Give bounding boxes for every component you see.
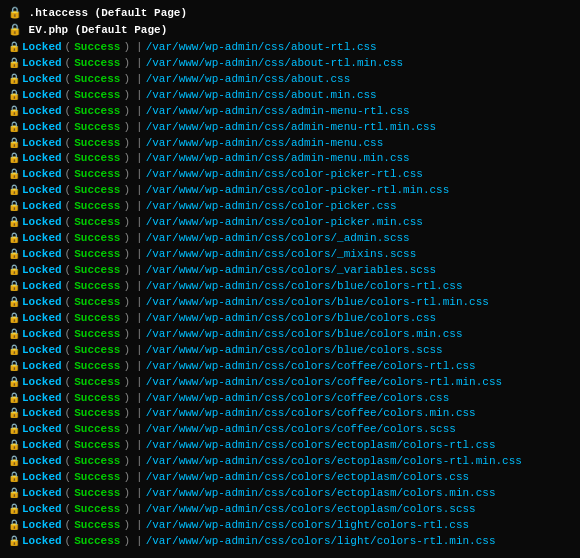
pipe-separator: | bbox=[136, 72, 143, 88]
table-row: 🔒Locked (Success) | /var/www/wp-admin/cs… bbox=[8, 375, 572, 391]
file-path: /var/www/wp-admin/css/colors/blue/colors… bbox=[146, 343, 443, 359]
close-paren: ) bbox=[123, 167, 130, 183]
pipe-separator: | bbox=[136, 406, 143, 422]
open-paren: ( bbox=[65, 359, 72, 375]
lock-icon: 🔒 bbox=[8, 184, 20, 199]
file-list: 🔒Locked (Success) | /var/www/wp-admin/cs… bbox=[8, 40, 572, 550]
pipe-separator: | bbox=[136, 88, 143, 104]
table-row: 🔒Locked (Success) | /var/www/wp-admin/cs… bbox=[8, 104, 572, 120]
lock-icon: 🔒 bbox=[8, 392, 20, 407]
lock-icon: 🔒 bbox=[8, 57, 20, 72]
status-success: Success bbox=[74, 375, 120, 391]
close-paren: ) bbox=[123, 502, 130, 518]
pipe-separator: | bbox=[136, 343, 143, 359]
lock-icon: 🔒 bbox=[8, 232, 20, 247]
status-success: Success bbox=[74, 295, 120, 311]
table-row: 🔒Locked (Success) | /var/www/wp-admin/cs… bbox=[8, 231, 572, 247]
open-paren: ( bbox=[65, 422, 72, 438]
file-path: /var/www/wp-admin/css/color-picker.min.c… bbox=[146, 215, 423, 231]
status-locked: Locked bbox=[22, 486, 62, 502]
status-success: Success bbox=[74, 502, 120, 518]
open-paren: ( bbox=[65, 104, 72, 120]
open-paren: ( bbox=[65, 486, 72, 502]
close-paren: ) bbox=[123, 40, 130, 56]
close-paren: ) bbox=[123, 343, 130, 359]
file-path: /var/www/wp-admin/css/colors/coffee/colo… bbox=[146, 406, 476, 422]
lock-icon: 🔒 bbox=[8, 439, 20, 454]
lock-icon: 🔒 bbox=[8, 137, 20, 152]
status-locked: Locked bbox=[22, 120, 62, 136]
lock-icon: 🔒 bbox=[8, 280, 20, 295]
close-paren: ) bbox=[123, 231, 130, 247]
status-locked: Locked bbox=[22, 391, 62, 407]
table-row: 🔒Locked (Success) | /var/www/wp-admin/cs… bbox=[8, 470, 572, 486]
table-row: 🔒Locked (Success) | /var/www/wp-admin/cs… bbox=[8, 502, 572, 518]
table-row: 🔒Locked (Success) | /var/www/wp-admin/cs… bbox=[8, 534, 572, 550]
file-path: /var/www/wp-admin/css/colors/_variables.… bbox=[146, 263, 436, 279]
status-success: Success bbox=[74, 56, 120, 72]
file-path: /var/www/wp-admin/css/about.min.css bbox=[146, 88, 377, 104]
open-paren: ( bbox=[65, 375, 72, 391]
close-paren: ) bbox=[123, 470, 130, 486]
open-paren: ( bbox=[65, 263, 72, 279]
table-row: 🔒Locked (Success) | /var/www/wp-admin/cs… bbox=[8, 215, 572, 231]
status-success: Success bbox=[74, 72, 120, 88]
table-row: 🔒Locked (Success) | /var/www/wp-admin/cs… bbox=[8, 359, 572, 375]
open-paren: ( bbox=[65, 406, 72, 422]
open-paren: ( bbox=[65, 183, 72, 199]
close-paren: ) bbox=[123, 263, 130, 279]
header-evphp: 🔒 EV.php (Default Page) bbox=[8, 23, 572, 39]
close-paren: ) bbox=[123, 486, 130, 502]
table-row: 🔒Locked (Success) | /var/www/wp-admin/cs… bbox=[8, 486, 572, 502]
status-locked: Locked bbox=[22, 359, 62, 375]
status-locked: Locked bbox=[22, 279, 62, 295]
file-path: /var/www/wp-admin/css/about.css bbox=[146, 72, 351, 88]
status-success: Success bbox=[74, 231, 120, 247]
close-paren: ) bbox=[123, 183, 130, 199]
status-success: Success bbox=[74, 151, 120, 167]
status-success: Success bbox=[74, 263, 120, 279]
table-row: 🔒Locked (Success) | /var/www/wp-admin/cs… bbox=[8, 40, 572, 56]
pipe-separator: | bbox=[136, 375, 143, 391]
open-paren: ( bbox=[65, 534, 72, 550]
pipe-separator: | bbox=[136, 454, 143, 470]
open-paren: ( bbox=[65, 502, 72, 518]
table-row: 🔒Locked (Success) | /var/www/wp-admin/cs… bbox=[8, 72, 572, 88]
table-row: 🔒Locked (Success) | /var/www/wp-admin/cs… bbox=[8, 136, 572, 152]
pipe-separator: | bbox=[136, 104, 143, 120]
status-locked: Locked bbox=[22, 72, 62, 88]
lock-icon: 🔒 bbox=[8, 105, 20, 120]
file-path: /var/www/wp-admin/css/colors/blue/colors… bbox=[146, 295, 489, 311]
file-path: /var/www/wp-admin/css/color-picker-rtl.m… bbox=[146, 183, 450, 199]
open-paren: ( bbox=[65, 40, 72, 56]
file-path: /var/www/wp-admin/css/colors/ectoplasm/c… bbox=[146, 470, 469, 486]
lock-icon: 🔒 bbox=[8, 41, 20, 56]
status-locked: Locked bbox=[22, 247, 62, 263]
terminal-window: 🔒 .htaccess (Default Page) 🔒 EV.php (Def… bbox=[8, 6, 572, 550]
close-paren: ) bbox=[123, 375, 130, 391]
file-path: /var/www/wp-admin/css/colors/ectoplasm/c… bbox=[146, 502, 476, 518]
pipe-separator: | bbox=[136, 295, 143, 311]
table-row: 🔒Locked (Success) | /var/www/wp-admin/cs… bbox=[8, 391, 572, 407]
open-paren: ( bbox=[65, 231, 72, 247]
close-paren: ) bbox=[123, 534, 130, 550]
pipe-separator: | bbox=[136, 199, 143, 215]
close-paren: ) bbox=[123, 406, 130, 422]
table-row: 🔒Locked (Success) | /var/www/wp-admin/cs… bbox=[8, 279, 572, 295]
close-paren: ) bbox=[123, 215, 130, 231]
pipe-separator: | bbox=[136, 231, 143, 247]
status-locked: Locked bbox=[22, 311, 62, 327]
pipe-separator: | bbox=[136, 391, 143, 407]
status-success: Success bbox=[74, 120, 120, 136]
status-locked: Locked bbox=[22, 231, 62, 247]
file-path: /var/www/wp-admin/css/colors/ectoplasm/c… bbox=[146, 438, 496, 454]
open-paren: ( bbox=[65, 311, 72, 327]
file-path: /var/www/wp-admin/css/about-rtl.min.css bbox=[146, 56, 403, 72]
file-path: /var/www/wp-admin/css/colors/coffee/colo… bbox=[146, 391, 450, 407]
lock-icon: 🔒 bbox=[8, 376, 20, 391]
open-paren: ( bbox=[65, 343, 72, 359]
status-locked: Locked bbox=[22, 183, 62, 199]
pipe-separator: | bbox=[136, 263, 143, 279]
close-paren: ) bbox=[123, 199, 130, 215]
status-locked: Locked bbox=[22, 199, 62, 215]
